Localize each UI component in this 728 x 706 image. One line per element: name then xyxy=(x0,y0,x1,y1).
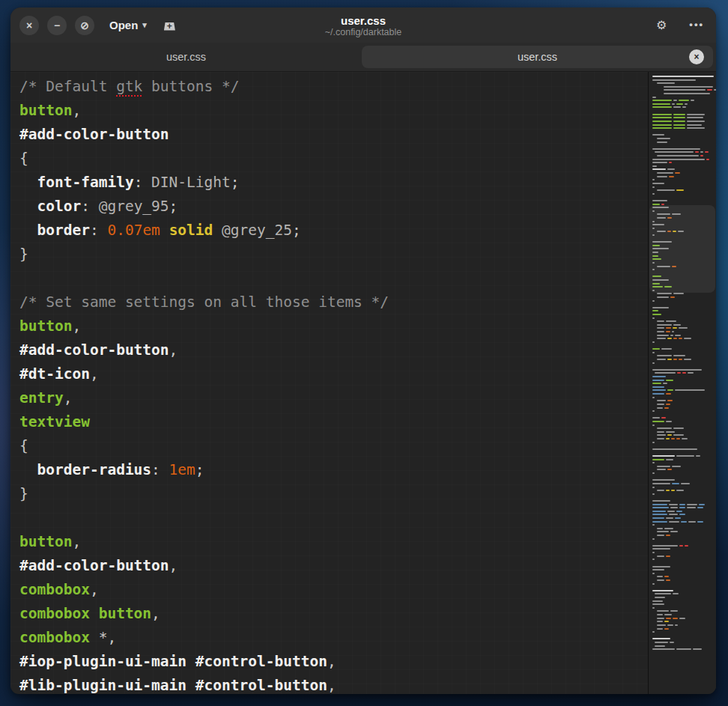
minimap-row xyxy=(652,82,714,84)
ellipsis-menu-icon: ••• xyxy=(689,19,704,30)
chevron-down-icon: ▾ xyxy=(142,20,147,30)
tab-user-css-1[interactable]: user.css xyxy=(10,43,362,71)
minimap-row xyxy=(652,117,714,118)
close-window-button[interactable]: × xyxy=(19,16,39,35)
minimap-row xyxy=(652,127,714,129)
minimap-row xyxy=(652,186,714,188)
maximize-window-button[interactable]: ⊘ xyxy=(75,16,94,35)
minimap-row xyxy=(652,531,714,532)
minimap-row xyxy=(652,307,714,308)
minimap-row xyxy=(652,155,714,156)
minimap-row xyxy=(652,148,714,150)
tab-user-css-2[interactable]: user.css × xyxy=(362,46,713,68)
minimap-row xyxy=(652,165,714,167)
minimap-row xyxy=(652,624,714,626)
minimap-viewport-handle[interactable] xyxy=(649,205,715,293)
code-line: button, xyxy=(19,314,648,338)
minimap-row xyxy=(652,431,714,433)
minimap-row xyxy=(652,386,714,388)
minimap-row xyxy=(652,355,714,356)
settings-button[interactable]: ⚙ xyxy=(653,16,670,34)
minimap-row xyxy=(652,303,714,305)
minimap-row xyxy=(652,448,714,450)
open-button[interactable]: Open ▾ xyxy=(106,14,150,36)
minimap-row xyxy=(652,110,714,112)
overview-minimap[interactable] xyxy=(648,72,716,694)
minimap-row xyxy=(652,569,714,570)
minimap-row xyxy=(652,490,714,491)
minimap-row xyxy=(652,524,714,526)
minimap-row xyxy=(652,89,714,91)
minimap-row xyxy=(652,131,714,133)
window-controls: × − ⊘ xyxy=(19,16,94,35)
minimap-row xyxy=(652,628,714,630)
minimap-row xyxy=(652,597,714,598)
minimap-row xyxy=(652,496,714,498)
minimap-row xyxy=(652,445,714,446)
minimap-row xyxy=(652,183,714,184)
minimap-row xyxy=(652,538,714,540)
minimap-row xyxy=(652,472,714,474)
code-line: #dt-icon, xyxy=(19,362,648,386)
minimap-row xyxy=(652,383,714,384)
minimap-row xyxy=(652,479,714,481)
code-line: #add-color-button, xyxy=(19,338,648,362)
minimap-row xyxy=(652,493,714,495)
open-button-label: Open xyxy=(109,19,138,31)
code-line: combobox *, xyxy=(19,626,648,650)
minimap-row xyxy=(652,548,714,550)
minimap-row xyxy=(652,562,714,564)
minimap-row xyxy=(652,134,714,136)
minimap-row xyxy=(652,196,714,198)
minimap-row xyxy=(652,352,714,353)
minimap-row xyxy=(652,365,714,367)
minimap-row xyxy=(652,93,714,94)
minimap-row xyxy=(652,421,714,422)
page-subtitle: ~/.config/darktable xyxy=(325,26,402,37)
minimap-row xyxy=(652,645,714,647)
window-title-box: user.css ~/.config/darktable xyxy=(325,13,402,37)
minimap-row xyxy=(652,504,714,505)
minimap-row xyxy=(652,459,714,460)
minimap-row xyxy=(652,300,714,302)
code-line: #add-color-button, xyxy=(19,554,648,578)
tab-close-button[interactable]: × xyxy=(689,49,704,64)
minimap-row xyxy=(652,138,714,139)
minimap-row xyxy=(652,642,714,643)
minimap-row xyxy=(652,469,714,470)
minimap-row xyxy=(652,121,714,122)
minimap-row xyxy=(652,331,714,332)
close-icon: × xyxy=(26,19,32,30)
code-line: button, xyxy=(19,99,648,123)
minimap-row xyxy=(652,317,714,319)
minimap-row xyxy=(652,476,714,478)
header-actions: ⚙ ••• xyxy=(653,16,707,34)
header-bar: × − ⊘ Open ▾ + user.css ~/.config/darkta… xyxy=(10,7,716,43)
code-editor[interactable]: /* Default gtk buttons */button,#add-col… xyxy=(10,72,648,694)
code-line xyxy=(19,506,648,530)
minimap-row xyxy=(652,151,714,153)
minimap-row xyxy=(652,579,714,581)
code-line: button, xyxy=(19,530,648,554)
minimap-row xyxy=(652,552,714,553)
editor-main: /* Default gtk buttons */button,#add-col… xyxy=(10,72,716,694)
maximize-icon: ⊘ xyxy=(80,19,89,30)
minimap-row xyxy=(652,310,714,311)
minimap-row xyxy=(652,583,714,585)
minimap-row xyxy=(652,648,714,650)
new-tab-button[interactable]: + xyxy=(163,20,176,31)
minimap-row xyxy=(652,566,714,567)
minimap-row xyxy=(652,438,714,439)
minimap-row xyxy=(652,100,714,101)
main-menu-button[interactable]: ••• xyxy=(686,16,707,32)
minimap-row xyxy=(652,124,714,126)
minimap-row xyxy=(652,417,714,419)
minimap-row xyxy=(652,320,714,322)
minimap-row xyxy=(652,172,714,174)
minimap-row xyxy=(652,559,714,560)
close-icon: × xyxy=(694,52,699,61)
minimap-row xyxy=(652,369,714,371)
minimap-row xyxy=(652,97,714,98)
minimize-window-button[interactable]: − xyxy=(47,16,67,35)
minimap-row xyxy=(652,348,714,350)
